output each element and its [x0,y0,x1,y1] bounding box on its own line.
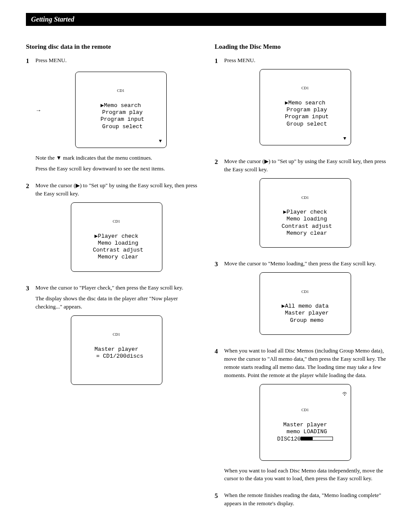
step-text: Move the cursor to "Player check," then … [35,284,197,292]
lcd-line: Master player [282,310,329,316]
signal-icon [291,386,347,404]
step-after-text: When you want to load each Disc Memo dat… [224,467,386,483]
lcd-line: DISC120 [277,436,301,442]
lcd-line: Memo loading [95,240,138,246]
lcd-screen: CD1 ▶Memo search Program play Program in… [75,72,167,148]
step-text: When you want to load all Disc Memos (in… [224,347,386,379]
lcd-line: Memory clear [283,230,327,236]
step-text: Move the cursor (▶) to "Set up" by using… [224,157,386,174]
lcd-line: Group select [283,121,327,127]
lcd-line: ▶Player check [283,209,327,215]
step-text: Press MENU. [35,57,197,65]
right-column: Loading the Disc Memo 1 Press MENU. CD1 … [215,43,386,516]
step-note: Press the Easy scroll key downward to se… [35,165,197,173]
lcd-header: CD1 [80,88,162,93]
left-title: Storing disc data in the remote [26,43,197,50]
lcd-header: CD1 [76,219,158,224]
lcd-header: CD1 [76,332,158,337]
right-title: Loading the Disc Memo [215,43,386,50]
lcd-line: Program input [282,113,329,120]
svg-point-0 [344,395,345,396]
lcd-line: Group memo [287,317,324,324]
lcd-header: CD1 [264,195,346,200]
step-number: 2 [26,182,35,278]
down-arrow-icon: ▼ [343,136,346,142]
step-number: 1 [26,57,35,176]
lcd-line: Master player [95,346,138,353]
lcd-header: CD1 [264,290,346,294]
progress-bar [301,435,333,442]
step-text: Move the cursor (▶) to "Set up" by using… [35,182,197,198]
lcd-line: Group select [99,123,143,130]
step-text: Press MENU. [224,57,386,65]
lcd-screen: CD1 Master player memo LOADING DISC120 [260,384,351,461]
lcd-line: Program input [97,116,144,123]
lcd-line: Contrast adjust [89,247,143,253]
lcd-screen: CD1 ▶Memo search Program play Program in… [260,69,351,146]
step-text: Move the cursor to "Memo loading," then … [224,260,386,268]
section-header: Getting Started [26,13,386,26]
step-text: When the remote finishes reading the dat… [224,491,386,508]
lcd-line: memo LOADING [283,428,327,435]
lcd-line: ▶All memo data [282,303,329,309]
left-column: Storing disc data in the remote 1 Press … [26,43,197,516]
lcd-screen: CD1 ▶All memo data Master player Group m… [260,272,351,335]
step-number: 5 [215,491,224,510]
lcd-line: Memory clear [95,254,138,260]
step-number: 1 [215,57,224,151]
lcd-header: CD1 [264,86,346,91]
step-number: 4 [215,347,224,485]
lcd-line: ▶Player check [95,233,138,239]
lcd-screen: CD1 ▶Player check Memo loading Contrast … [71,202,162,272]
pointer-arrow-icon: → [35,106,41,115]
step-number: 3 [26,284,35,391]
lcd-line: Master player [283,422,327,428]
lcd-screen: CD1 ▶Player check Memo loading Contrast … [260,178,351,248]
step-number: 2 [215,157,224,254]
step-note: Note the ▼ mark indicates that the menu … [35,154,197,162]
step-text: The display shows the disc data in the p… [35,295,197,311]
step-number: 3 [215,260,224,341]
lcd-line: ▶Memo search [285,100,326,106]
lcd-line: = CD1/200discs [89,353,143,359]
lcd-line: Contrast adjust [278,223,332,230]
lcd-line: Program play [283,107,327,113]
lcd-screen: CD1 Master player = CD1/200discs [71,315,162,385]
lcd-line: Program play [99,109,143,116]
lcd-header: CD1 [264,408,346,412]
lcd-line: ▶Memo search [101,102,141,109]
lcd-line: Memo loading [283,216,327,222]
down-arrow-icon: ▼ [159,139,162,145]
